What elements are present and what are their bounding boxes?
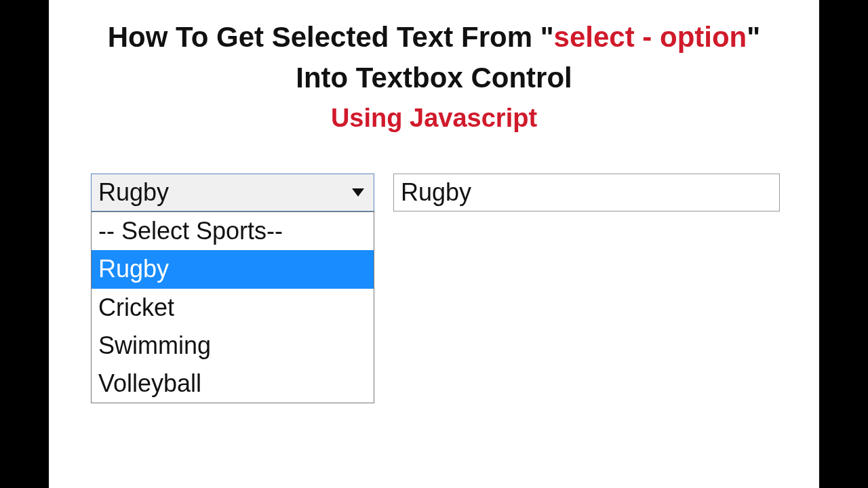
sport-option[interactable]: -- Select Sports-- [92,212,374,250]
page-title: How To Get Selected Text From "select - … [49,0,819,134]
output-textbox-value: Rugby [401,178,471,207]
output-textbox[interactable]: Rugby [393,174,780,211]
controls-row: Rugby -- Select Sports-- Rugby Cricket S… [49,174,819,211]
sport-option[interactable]: Cricket [92,289,374,327]
content-stage: How To Get Selected Text From "select - … [49,0,819,488]
sport-select-wrapper: Rugby -- Select Sports-- Rugby Cricket S… [91,174,374,211]
sport-select-dropdown[interactable]: -- Select Sports-- Rugby Cricket Swimmin… [91,211,374,403]
title-line-1-suffix: " [747,21,760,53]
sport-select-value: Rugby [98,178,169,207]
title-line-3: Using Javascript [49,102,819,135]
chevron-down-icon [352,188,364,197]
sport-select[interactable]: Rugby [91,174,374,211]
sport-option[interactable]: Rugby [92,250,374,288]
title-line-2: Into Textbox Control [49,60,819,96]
title-line-1: How To Get Selected Text From "select - … [49,19,819,56]
sport-option[interactable]: Volleyball [92,365,374,403]
title-line-1-prefix: How To Get Selected Text From " [108,21,554,53]
sport-option[interactable]: Swimming [92,327,374,365]
title-line-1-accent: select - option [554,21,747,53]
